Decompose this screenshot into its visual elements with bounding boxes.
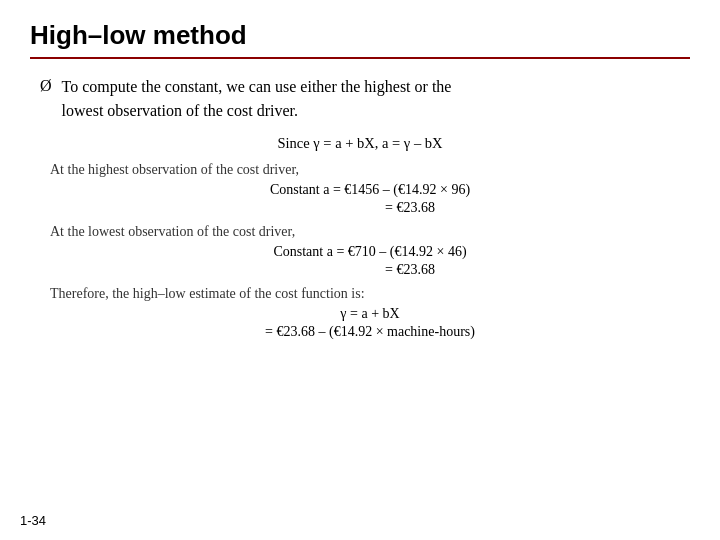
slide: High–low method Ø To compute the constan… bbox=[0, 0, 720, 540]
lowest-line2-text: = €23.68 bbox=[385, 262, 435, 277]
highest-line2: = €23.68 bbox=[50, 200, 690, 216]
lowest-section: At the lowest observation of the cost dr… bbox=[50, 224, 690, 278]
slide-title: High–low method bbox=[30, 20, 690, 51]
highest-label: At the highest observation of the cost d… bbox=[50, 162, 690, 178]
bullet-section: Ø To compute the constant, we can use ei… bbox=[30, 75, 690, 123]
bullet-text: To compute the constant, we can use eith… bbox=[62, 75, 452, 123]
since-formula: Since γ = a + bX, a = γ – bX bbox=[30, 135, 690, 152]
therefore-line1: γ = a + bX bbox=[50, 306, 690, 322]
therefore-line2: = €23.68 – (€14.92 × machine-hours) bbox=[50, 324, 690, 340]
highest-section: At the highest observation of the cost d… bbox=[50, 162, 690, 216]
therefore-section: Therefore, the high–low estimate of the … bbox=[50, 286, 690, 340]
lowest-line1: Constant a = €710 – (€14.92 × 46) bbox=[50, 244, 690, 260]
title-underline bbox=[30, 57, 690, 59]
bullet-line1: To compute the constant, we can use eith… bbox=[62, 78, 452, 95]
therefore-label: Therefore, the high–low estimate of the … bbox=[50, 286, 690, 302]
highest-line2-text: = €23.68 bbox=[385, 200, 435, 215]
highest-line1: Constant a = €1456 – (€14.92 × 96) bbox=[50, 182, 690, 198]
bullet-line2: lowest observation of the cost driver. bbox=[62, 102, 298, 119]
lowest-line2: = €23.68 bbox=[50, 262, 690, 278]
since-formula-text: Since γ = a + bX, a = γ – bX bbox=[277, 135, 442, 151]
bullet-arrow: Ø bbox=[40, 77, 52, 95]
page-number: 1-34 bbox=[20, 513, 46, 528]
lowest-label: At the lowest observation of the cost dr… bbox=[50, 224, 690, 240]
